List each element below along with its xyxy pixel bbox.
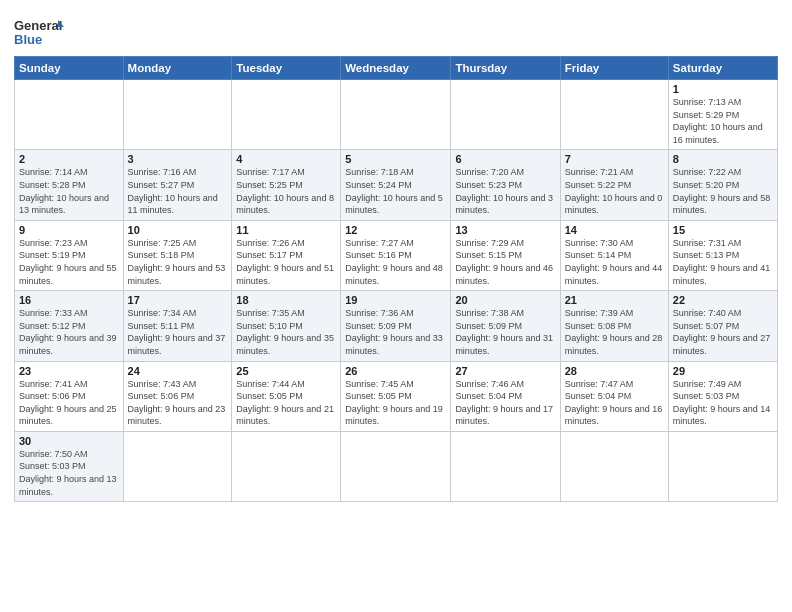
day-number: 4: [236, 153, 336, 165]
calendar-cell: 5Sunrise: 7:18 AM Sunset: 5:24 PM Daylig…: [341, 150, 451, 220]
calendar-cell: 16Sunrise: 7:33 AM Sunset: 5:12 PM Dayli…: [15, 291, 124, 361]
calendar-cell: 28Sunrise: 7:47 AM Sunset: 5:04 PM Dayli…: [560, 361, 668, 431]
day-number: 17: [128, 294, 228, 306]
day-info: Sunrise: 7:13 AM Sunset: 5:29 PM Dayligh…: [673, 96, 773, 146]
page: General Blue SundayMondayTuesdayWednesda…: [0, 0, 792, 612]
calendar-cell: 7Sunrise: 7:21 AM Sunset: 5:22 PM Daylig…: [560, 150, 668, 220]
header: General Blue: [14, 10, 778, 50]
calendar-cell: [668, 431, 777, 501]
day-number: 30: [19, 435, 119, 447]
calendar-table: SundayMondayTuesdayWednesdayThursdayFrid…: [14, 56, 778, 502]
day-number: 20: [455, 294, 555, 306]
day-number: 7: [565, 153, 664, 165]
calendar-cell: [451, 431, 560, 501]
day-info: Sunrise: 7:17 AM Sunset: 5:25 PM Dayligh…: [236, 166, 336, 216]
calendar-cell: 13Sunrise: 7:29 AM Sunset: 5:15 PM Dayli…: [451, 220, 560, 290]
calendar-cell: 25Sunrise: 7:44 AM Sunset: 5:05 PM Dayli…: [232, 361, 341, 431]
day-info: Sunrise: 7:35 AM Sunset: 5:10 PM Dayligh…: [236, 307, 336, 357]
weekday-header-row: SundayMondayTuesdayWednesdayThursdayFrid…: [15, 57, 778, 80]
day-number: 25: [236, 365, 336, 377]
day-number: 11: [236, 224, 336, 236]
day-number: 26: [345, 365, 446, 377]
day-info: Sunrise: 7:50 AM Sunset: 5:03 PM Dayligh…: [19, 448, 119, 498]
calendar-week-row: 23Sunrise: 7:41 AM Sunset: 5:06 PM Dayli…: [15, 361, 778, 431]
day-number: 2: [19, 153, 119, 165]
calendar-cell: 2Sunrise: 7:14 AM Sunset: 5:28 PM Daylig…: [15, 150, 124, 220]
calendar-cell: 26Sunrise: 7:45 AM Sunset: 5:05 PM Dayli…: [341, 361, 451, 431]
day-info: Sunrise: 7:43 AM Sunset: 5:06 PM Dayligh…: [128, 378, 228, 428]
logo-svg: General Blue: [14, 14, 64, 50]
day-info: Sunrise: 7:27 AM Sunset: 5:16 PM Dayligh…: [345, 237, 446, 287]
day-info: Sunrise: 7:31 AM Sunset: 5:13 PM Dayligh…: [673, 237, 773, 287]
calendar-cell: 17Sunrise: 7:34 AM Sunset: 5:11 PM Dayli…: [123, 291, 232, 361]
day-number: 24: [128, 365, 228, 377]
day-info: Sunrise: 7:49 AM Sunset: 5:03 PM Dayligh…: [673, 378, 773, 428]
calendar-cell: 6Sunrise: 7:20 AM Sunset: 5:23 PM Daylig…: [451, 150, 560, 220]
calendar-cell: 19Sunrise: 7:36 AM Sunset: 5:09 PM Dayli…: [341, 291, 451, 361]
day-number: 27: [455, 365, 555, 377]
day-info: Sunrise: 7:44 AM Sunset: 5:05 PM Dayligh…: [236, 378, 336, 428]
day-info: Sunrise: 7:30 AM Sunset: 5:14 PM Dayligh…: [565, 237, 664, 287]
calendar-cell: [560, 431, 668, 501]
day-info: Sunrise: 7:46 AM Sunset: 5:04 PM Dayligh…: [455, 378, 555, 428]
calendar-cell: [232, 431, 341, 501]
calendar-cell: 18Sunrise: 7:35 AM Sunset: 5:10 PM Dayli…: [232, 291, 341, 361]
calendar-cell: 1Sunrise: 7:13 AM Sunset: 5:29 PM Daylig…: [668, 80, 777, 150]
weekday-header-wednesday: Wednesday: [341, 57, 451, 80]
day-number: 23: [19, 365, 119, 377]
calendar-cell: 22Sunrise: 7:40 AM Sunset: 5:07 PM Dayli…: [668, 291, 777, 361]
calendar-cell: 4Sunrise: 7:17 AM Sunset: 5:25 PM Daylig…: [232, 150, 341, 220]
day-number: 22: [673, 294, 773, 306]
calendar-week-row: 16Sunrise: 7:33 AM Sunset: 5:12 PM Dayli…: [15, 291, 778, 361]
day-info: Sunrise: 7:14 AM Sunset: 5:28 PM Dayligh…: [19, 166, 119, 216]
day-info: Sunrise: 7:16 AM Sunset: 5:27 PM Dayligh…: [128, 166, 228, 216]
day-info: Sunrise: 7:36 AM Sunset: 5:09 PM Dayligh…: [345, 307, 446, 357]
day-info: Sunrise: 7:18 AM Sunset: 5:24 PM Dayligh…: [345, 166, 446, 216]
day-info: Sunrise: 7:40 AM Sunset: 5:07 PM Dayligh…: [673, 307, 773, 357]
calendar-cell: 30Sunrise: 7:50 AM Sunset: 5:03 PM Dayli…: [15, 431, 124, 501]
calendar-week-row: 30Sunrise: 7:50 AM Sunset: 5:03 PM Dayli…: [15, 431, 778, 501]
day-info: Sunrise: 7:47 AM Sunset: 5:04 PM Dayligh…: [565, 378, 664, 428]
day-number: 8: [673, 153, 773, 165]
day-number: 18: [236, 294, 336, 306]
day-info: Sunrise: 7:23 AM Sunset: 5:19 PM Dayligh…: [19, 237, 119, 287]
day-info: Sunrise: 7:34 AM Sunset: 5:11 PM Dayligh…: [128, 307, 228, 357]
calendar-cell: [123, 80, 232, 150]
calendar-cell: [341, 431, 451, 501]
day-info: Sunrise: 7:29 AM Sunset: 5:15 PM Dayligh…: [455, 237, 555, 287]
calendar-cell: 27Sunrise: 7:46 AM Sunset: 5:04 PM Dayli…: [451, 361, 560, 431]
day-info: Sunrise: 7:38 AM Sunset: 5:09 PM Dayligh…: [455, 307, 555, 357]
calendar-cell: 12Sunrise: 7:27 AM Sunset: 5:16 PM Dayli…: [341, 220, 451, 290]
calendar-cell: 8Sunrise: 7:22 AM Sunset: 5:20 PM Daylig…: [668, 150, 777, 220]
day-info: Sunrise: 7:39 AM Sunset: 5:08 PM Dayligh…: [565, 307, 664, 357]
day-number: 3: [128, 153, 228, 165]
calendar-cell: 11Sunrise: 7:26 AM Sunset: 5:17 PM Dayli…: [232, 220, 341, 290]
calendar-cell: 3Sunrise: 7:16 AM Sunset: 5:27 PM Daylig…: [123, 150, 232, 220]
day-number: 12: [345, 224, 446, 236]
calendar-cell: [123, 431, 232, 501]
calendar-cell: 21Sunrise: 7:39 AM Sunset: 5:08 PM Dayli…: [560, 291, 668, 361]
calendar-cell: 20Sunrise: 7:38 AM Sunset: 5:09 PM Dayli…: [451, 291, 560, 361]
day-number: 13: [455, 224, 555, 236]
day-number: 19: [345, 294, 446, 306]
calendar-cell: 9Sunrise: 7:23 AM Sunset: 5:19 PM Daylig…: [15, 220, 124, 290]
calendar-cell: 15Sunrise: 7:31 AM Sunset: 5:13 PM Dayli…: [668, 220, 777, 290]
day-info: Sunrise: 7:22 AM Sunset: 5:20 PM Dayligh…: [673, 166, 773, 216]
day-number: 15: [673, 224, 773, 236]
day-info: Sunrise: 7:41 AM Sunset: 5:06 PM Dayligh…: [19, 378, 119, 428]
day-number: 16: [19, 294, 119, 306]
weekday-header-friday: Friday: [560, 57, 668, 80]
svg-text:Blue: Blue: [14, 32, 42, 47]
calendar-cell: 29Sunrise: 7:49 AM Sunset: 5:03 PM Dayli…: [668, 361, 777, 431]
day-number: 21: [565, 294, 664, 306]
day-info: Sunrise: 7:26 AM Sunset: 5:17 PM Dayligh…: [236, 237, 336, 287]
day-info: Sunrise: 7:45 AM Sunset: 5:05 PM Dayligh…: [345, 378, 446, 428]
calendar-cell: 24Sunrise: 7:43 AM Sunset: 5:06 PM Dayli…: [123, 361, 232, 431]
calendar-cell: [15, 80, 124, 150]
day-info: Sunrise: 7:25 AM Sunset: 5:18 PM Dayligh…: [128, 237, 228, 287]
calendar-week-row: 1Sunrise: 7:13 AM Sunset: 5:29 PM Daylig…: [15, 80, 778, 150]
svg-text:General: General: [14, 18, 62, 33]
calendar-cell: 23Sunrise: 7:41 AM Sunset: 5:06 PM Dayli…: [15, 361, 124, 431]
logo: General Blue: [14, 14, 64, 50]
calendar-cell: 14Sunrise: 7:30 AM Sunset: 5:14 PM Dayli…: [560, 220, 668, 290]
